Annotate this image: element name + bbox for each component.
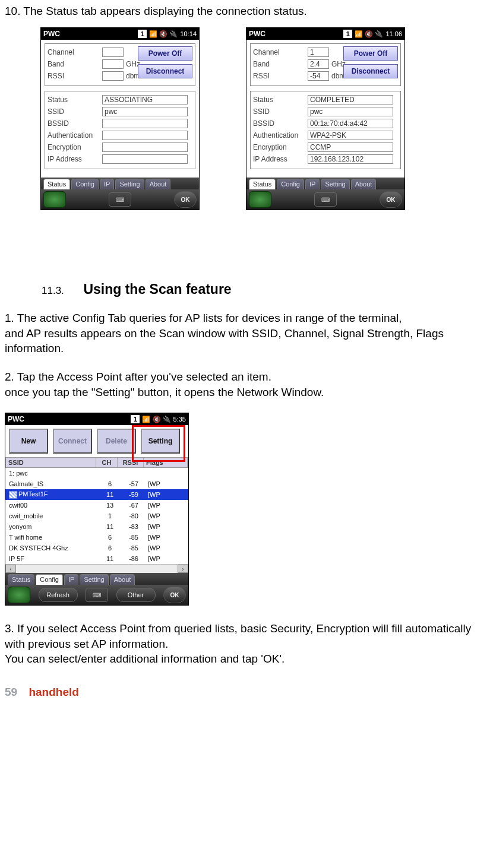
tab-about[interactable]: About: [110, 574, 135, 585]
status-panel: StatusASSOCIATING SSIDpwc BSSID Authenti…: [45, 91, 195, 169]
new-button[interactable]: New: [9, 429, 48, 454]
cell-flags: [WP: [147, 480, 188, 487]
tab-ip[interactable]: IP: [305, 179, 320, 189]
titlebar: PWC 1 📶 🔇 🔌 11:06: [246, 28, 404, 40]
cell-ssid: cwit_mobile: [9, 512, 43, 519]
cell-rssi: -57: [121, 480, 147, 487]
cell-rssi: -85: [121, 544, 147, 552]
notif-count: 1: [131, 415, 140, 423]
other-button[interactable]: Other: [116, 588, 156, 602]
softkey-bar: ⌨ OK: [41, 189, 199, 210]
label-bssid: BSSID: [48, 119, 102, 128]
table-row[interactable]: cwit0013-67[WP: [5, 500, 188, 511]
label-auth: Authentication: [253, 131, 308, 140]
selected-icon: [9, 491, 17, 499]
ok-button[interactable]: OK: [380, 191, 402, 208]
start-button[interactable]: [249, 191, 271, 208]
tab-setting[interactable]: Setting: [80, 574, 108, 585]
notif-count: 1: [138, 30, 147, 38]
cell-ch: 11: [99, 555, 121, 562]
table-row[interactable]: PMTest1F11-59[WP: [5, 489, 188, 500]
cell-rssi: -67: [121, 502, 147, 509]
label-ssid: SSID: [253, 107, 308, 116]
connect-button[interactable]: Connect: [53, 429, 92, 454]
ok-button[interactable]: OK: [174, 191, 197, 208]
scroll-left-icon[interactable]: ‹: [5, 565, 16, 573]
label-auth: Authentication: [48, 131, 102, 140]
tab-about[interactable]: About: [351, 179, 377, 189]
table-row[interactable]: IP 5F11-86[WP: [5, 553, 188, 564]
tab-status[interactable]: Status: [8, 574, 34, 585]
para-1-line-a: 1. The active Config Tab queries for AP …: [5, 312, 402, 324]
table-row[interactable]: Galmate_IS6-57[WP: [5, 479, 188, 489]
cell-ssid: IP 5F: [9, 555, 24, 562]
para-1-line-b: and AP results appears on the Scan windo…: [5, 327, 444, 355]
para-2-line-b: once you tap the "Setting" button, it op…: [5, 386, 324, 398]
header-ch[interactable]: CH: [96, 458, 118, 467]
tab-about[interactable]: About: [146, 179, 171, 189]
tab-status[interactable]: Status: [43, 179, 70, 189]
start-button[interactable]: [8, 587, 30, 603]
field-ssid: pwc: [308, 107, 393, 116]
tab-setting[interactable]: Setting: [321, 179, 349, 189]
header-ssid[interactable]: SSID: [6, 458, 96, 467]
power-off-button[interactable]: Power Off: [343, 46, 398, 61]
table-row[interactable]: cwit_mobile1-80[WP: [5, 511, 188, 521]
cell-rssi: -85: [121, 534, 147, 541]
delete-button[interactable]: Delete: [97, 429, 136, 454]
cell-ch: 1: [99, 512, 121, 519]
keyboard-button[interactable]: ⌨: [86, 588, 108, 602]
start-button[interactable]: [43, 191, 66, 208]
tab-config[interactable]: Config: [71, 179, 99, 189]
field-rssi: -54: [308, 71, 329, 81]
disconnect-button[interactable]: Disconnect: [138, 64, 192, 78]
label-channel: Channel: [48, 48, 102, 56]
refresh-button[interactable]: Refresh: [39, 588, 78, 602]
table-row[interactable]: T wifi home6-85[WP: [5, 532, 188, 543]
tab-bar: Status Config IP Setting About: [5, 573, 188, 585]
cell-flags: [WP: [147, 502, 188, 509]
keyboard-button[interactable]: ⌨: [109, 192, 131, 207]
field-status: COMPLETED: [308, 95, 393, 104]
label-channel: Channel: [253, 48, 308, 56]
table-row[interactable]: 1: pwc: [5, 468, 188, 479]
label-rssi: RSSI: [48, 72, 102, 80]
h-scrollbar[interactable]: ‹ ›: [5, 564, 188, 573]
field-channel: [102, 47, 124, 57]
tab-bar: Status Config IP Setting About: [41, 178, 199, 189]
tab-status[interactable]: Status: [249, 179, 276, 189]
field-rssi: [102, 71, 124, 81]
tab-setting[interactable]: Setting: [115, 179, 144, 189]
page-number: 59: [5, 686, 17, 698]
tab-config[interactable]: Config: [277, 179, 304, 189]
status-panel: StatusCOMPLETED SSIDpwc BSSID00:1a:70:d4…: [250, 91, 401, 169]
softkey-bar: ⌨ OK: [246, 189, 404, 210]
tab-config[interactable]: Config: [36, 574, 63, 585]
cell-ssid: PMTest1F: [18, 490, 48, 498]
tab-ip[interactable]: IP: [100, 179, 114, 189]
field-enc: CCMP: [308, 142, 393, 152]
clock: 10:14: [180, 30, 197, 37]
cell-ch: 6: [99, 544, 121, 552]
label-ip: IP Address: [253, 155, 308, 163]
power-off-button[interactable]: Power Off: [138, 46, 192, 61]
disconnect-button[interactable]: Disconnect: [343, 64, 398, 78]
scroll-right-icon[interactable]: ›: [178, 565, 188, 573]
table-row[interactable]: yonyom11-83[WP: [5, 521, 188, 532]
label-bssid: BSSID: [253, 119, 308, 128]
para-3: 3. If you select Access Point from queri…: [5, 621, 485, 667]
tab-ip[interactable]: IP: [64, 574, 78, 585]
field-bssid: 00:1a:70:d4:a4:42: [308, 119, 393, 128]
keyboard-button[interactable]: ⌨: [314, 192, 337, 207]
field-auth: WPA2-PSK: [308, 131, 393, 140]
device-left: PWC 1 📶 🔇 🔌 10:14 Power Off Disconnect C…: [40, 27, 200, 210]
label-status: Status: [48, 96, 102, 104]
cell-rssi: -83: [121, 523, 147, 530]
brand-name: handheld: [29, 686, 78, 698]
table-row[interactable]: DK SYSTECH 4Ghz6-85[WP: [5, 543, 188, 553]
para-2-line-a: 2. Tap the Access Point after you've sel…: [5, 370, 271, 383]
section-heading: 11.3. Using the Scan feature: [5, 281, 485, 297]
ok-button[interactable]: OK: [163, 587, 186, 603]
cell-ch: 6: [99, 480, 121, 487]
titlebar: PWC 1 📶 🔇 🔌 5:35: [5, 413, 188, 425]
